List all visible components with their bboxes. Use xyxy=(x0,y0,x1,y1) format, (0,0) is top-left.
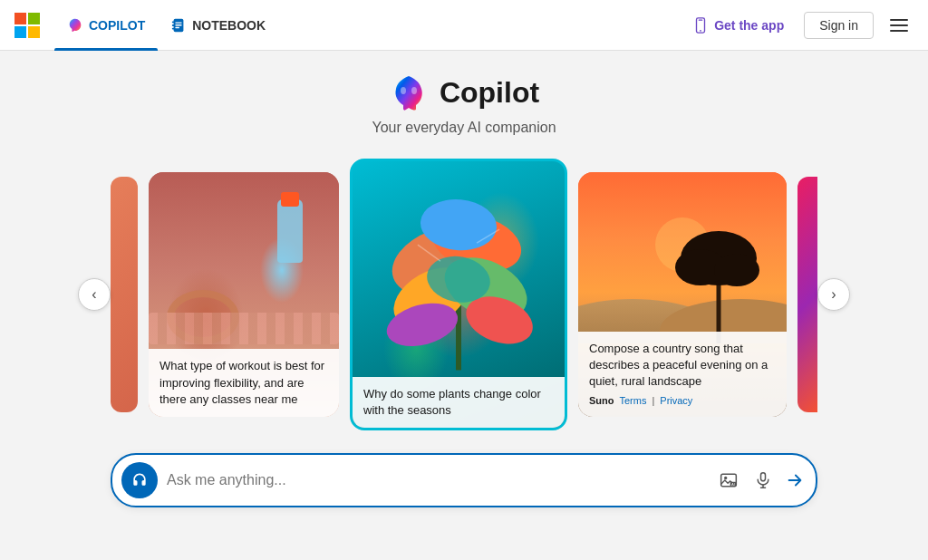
carousel-track: What type of workout is best for improvi… xyxy=(111,154,817,435)
copilot-icon xyxy=(67,17,83,34)
tab-copilot[interactable]: COPILOT xyxy=(54,0,158,51)
landscape-illustration xyxy=(578,172,787,343)
get-app-label: Get the app xyxy=(714,18,784,33)
voice-input-button[interactable] xyxy=(750,468,776,493)
phone-icon xyxy=(692,17,709,34)
svg-point-34 xyxy=(714,254,759,286)
sign-in-label: Sign in xyxy=(819,18,858,33)
hamburger-line-2 xyxy=(890,24,908,26)
card-landscape-meta: Suno Terms | Privacy xyxy=(589,394,776,408)
svg-rect-9 xyxy=(176,24,182,25)
plant-illustration xyxy=(362,170,556,371)
chat-mode-button[interactable] xyxy=(121,462,158,498)
headphone-icon xyxy=(130,471,149,489)
main-content: Copilot Your everyday AI companion ‹ xyxy=(0,51,928,507)
chevron-right-icon: › xyxy=(831,286,836,303)
send-icon xyxy=(785,470,805,490)
microsoft-logo xyxy=(14,13,40,38)
header: COPILOT NOTEBOOK xyxy=(0,0,928,51)
carousel-prev-button[interactable]: ‹ xyxy=(78,278,111,311)
header-left: COPILOT NOTEBOOK xyxy=(14,0,278,51)
card-workout[interactable]: What type of workout is best for improvi… xyxy=(149,172,339,417)
microphone-icon xyxy=(754,471,772,489)
tab-copilot-label: COPILOT xyxy=(89,18,145,33)
carousel: ‹ What type of workout is best for i xyxy=(0,154,928,435)
input-actions: AI xyxy=(716,468,805,493)
copilot-hero-icon xyxy=(389,72,429,112)
svg-text:AI: AI xyxy=(731,482,735,487)
svg-rect-3 xyxy=(28,26,40,38)
get-app-button[interactable]: Get the app xyxy=(683,12,793,39)
card-landscape[interactable]: Compose a country song that describes a … xyxy=(578,172,787,417)
svg-point-14 xyxy=(401,87,406,94)
card-workout-caption: What type of workout is best for improvi… xyxy=(149,349,339,417)
svg-rect-8 xyxy=(176,22,182,23)
svg-rect-1 xyxy=(28,13,40,24)
nav-tabs: COPILOT NOTEBOOK xyxy=(54,0,278,51)
header-right: Get the app Sign in xyxy=(683,12,914,39)
card-partial-right xyxy=(798,177,817,412)
chevron-left-icon: ‹ xyxy=(92,286,96,303)
svg-point-12 xyxy=(700,29,701,31)
card-plant[interactable]: Why do some plants change color with the… xyxy=(350,159,567,430)
hero-subtitle: Your everyday AI companion xyxy=(372,120,556,136)
hero-logo-row: Copilot xyxy=(389,72,539,112)
svg-rect-7 xyxy=(172,27,175,29)
card-plant-caption: Why do some plants change color with the… xyxy=(353,377,565,428)
sign-in-button[interactable]: Sign in xyxy=(804,12,874,39)
chat-input-area: AI xyxy=(111,453,817,507)
privacy-link[interactable]: Privacy xyxy=(660,394,692,408)
svg-rect-5 xyxy=(172,21,175,23)
svg-point-15 xyxy=(411,87,417,94)
hero-section: Copilot Your everyday AI companion xyxy=(372,72,556,136)
svg-rect-10 xyxy=(176,26,180,27)
terms-link[interactable]: Terms xyxy=(620,394,647,408)
svg-rect-6 xyxy=(172,24,175,26)
card-plant-text: Why do some plants change color with the… xyxy=(363,387,541,417)
notebook-icon xyxy=(170,17,187,34)
tab-notebook[interactable]: NOTEBOOK xyxy=(158,0,278,51)
image-input-button[interactable]: AI xyxy=(716,468,741,493)
hamburger-line-1 xyxy=(890,19,908,21)
card-landscape-caption: Compose a country song that describes a … xyxy=(578,332,787,417)
card-landscape-text: Compose a country song that describes a … xyxy=(589,342,768,388)
hamburger-menu-button[interactable] xyxy=(884,14,914,37)
tab-notebook-label: NOTEBOOK xyxy=(192,18,266,33)
svg-point-36 xyxy=(724,477,727,479)
svg-rect-2 xyxy=(14,26,26,38)
hamburger-line-3 xyxy=(890,30,908,32)
suno-brand: Suno xyxy=(589,394,614,408)
card-partial-left xyxy=(111,177,138,412)
send-button[interactable] xyxy=(785,470,805,490)
image-icon: AI xyxy=(720,471,738,489)
carousel-next-button[interactable]: › xyxy=(817,278,850,311)
svg-rect-39 xyxy=(761,473,766,481)
hero-title: Copilot xyxy=(440,76,539,110)
meta-separator: | xyxy=(652,394,654,408)
chat-input[interactable] xyxy=(167,472,707,488)
card-workout-text: What type of workout is best for improvi… xyxy=(160,359,324,405)
svg-rect-0 xyxy=(14,13,26,24)
